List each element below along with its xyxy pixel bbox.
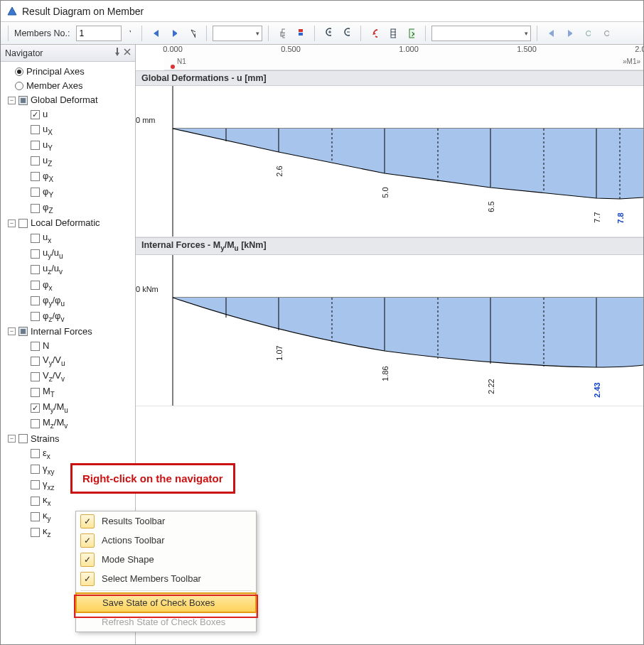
item-epsx[interactable]: εx: [29, 446, 134, 462]
svg-point-32: [604, 31, 609, 36]
cm-separator: [80, 590, 252, 591]
members-no-dropdown[interactable]: [124, 26, 136, 41]
refresh-icon[interactable]: [367, 26, 382, 41]
strains-group[interactable]: −Strains: [6, 432, 134, 446]
glasses-icon[interactable]: [580, 26, 596, 41]
item-n[interactable]: N: [29, 339, 134, 353]
zoom-out-icon[interactable]: [339, 26, 355, 41]
item-vyvu[interactable]: Vy/Vu: [29, 353, 134, 369]
annotation-callout: Right-click on the navigator: [70, 463, 235, 494]
prev-arrow-icon[interactable]: [148, 26, 163, 41]
value-label: 1.07: [275, 345, 284, 360]
principal-axes-radio[interactable]: Principal Axes: [14, 65, 134, 79]
node-n1-label: N1: [177, 58, 186, 65]
item-phiz[interactable]: φZ: [29, 200, 134, 216]
cm-actions-toolbar[interactable]: ✓Actions Toolbar: [76, 531, 256, 550]
svg-rect-7: [282, 29, 285, 33]
item-ux2[interactable]: ux: [29, 230, 134, 246]
titlebar: Result Diagram on Member: [1, 1, 643, 22]
svg-rect-11: [299, 33, 303, 36]
value-label: 2.6: [275, 166, 284, 176]
pick-member-icon[interactable]: [185, 26, 200, 41]
cm-save-state[interactable]: Save State of Check Boxes: [75, 592, 257, 613]
value-label: 5.0: [381, 187, 390, 197]
svg-marker-1: [129, 31, 131, 35]
svg-marker-3: [173, 30, 177, 37]
table-icon[interactable]: [385, 26, 401, 41]
node-marker: [171, 65, 175, 69]
svg-marker-27: [549, 30, 554, 37]
item-uzuv[interactable]: uz/uv: [29, 261, 134, 277]
item-phix2[interactable]: φx: [29, 278, 134, 293]
item-mymu[interactable]: My/Mu: [29, 400, 134, 416]
node-m1-label: »M1»: [623, 58, 640, 65]
item-phizphiv[interactable]: φz/φv: [29, 309, 134, 325]
value-label: 2.22: [487, 379, 495, 394]
excel-icon[interactable]: X: [404, 26, 419, 41]
svg-marker-4: [191, 30, 195, 38]
ruler-tick: 2.000: [635, 45, 643, 53]
svg-marker-2: [154, 30, 159, 37]
value-label-max: 2.43: [593, 382, 601, 397]
local-deformations-group[interactable]: −Local Deformatic: [6, 216, 134, 230]
value-label-max: 7.8: [616, 212, 625, 223]
item-mzmv[interactable]: Mz/Mv: [29, 416, 134, 431]
svg-marker-36: [115, 53, 119, 56]
ruler-tick: 1.500: [517, 45, 537, 53]
svg-marker-0: [8, 7, 16, 15]
item-uz[interactable]: uZ: [29, 153, 134, 169]
cm-results-toolbar[interactable]: ✓Results Toolbar: [76, 511, 256, 531]
ruler-tick: 0.500: [281, 45, 301, 53]
svg-rect-35: [117, 48, 118, 53]
item-phiyphiu[interactable]: φy/φu: [29, 293, 134, 309]
global-deformations-group[interactable]: −Global Deformat: [6, 93, 134, 107]
pin-icon[interactable]: [114, 48, 121, 58]
zoom-in-icon[interactable]: [321, 26, 336, 41]
plot-global-deformations: Global Deformations - u [mm] 0 mm: [136, 70, 643, 237]
svg-rect-9: [299, 29, 303, 32]
item-u[interactable]: u: [29, 107, 134, 121]
glasses-2-icon[interactable]: [599, 26, 614, 41]
view-dropdown[interactable]: ▾: [431, 26, 531, 41]
item-mt[interactable]: MT: [29, 384, 134, 400]
item-phiy[interactable]: φY: [29, 185, 134, 200]
cm-refresh-state: Refresh State of Check Boxes: [76, 612, 256, 632]
members-no-input[interactable]: [76, 26, 122, 41]
next-view-icon[interactable]: [562, 26, 577, 41]
item-kx[interactable]: κx: [29, 493, 134, 509]
value-label: 7.7: [593, 212, 601, 222]
toolbar: Members No.: ▾: [1, 22, 643, 45]
members-no-label: Members No.:: [14, 28, 70, 38]
plot-internal-forces: Internal Forces - My/Mu [kNm] 0 kNm: [136, 237, 643, 406]
member-axes-radio[interactable]: Member Axes: [14, 79, 134, 93]
item-ux[interactable]: uX: [29, 122, 134, 138]
value-label: 1.86: [381, 366, 390, 381]
svg-point-29: [586, 31, 591, 36]
app-icon: [6, 6, 18, 17]
navigator-header: Navigator: [1, 45, 135, 62]
plot-area[interactable]: 0 mm: [136, 86, 643, 237]
svg-rect-8: [283, 36, 285, 38]
next-arrow-icon[interactable]: [166, 26, 182, 41]
item-uy[interactable]: uY: [29, 138, 134, 153]
plot-area[interactable]: 0 kNm 1.07: [136, 255, 643, 406]
navigator-title: Navigator: [5, 48, 43, 58]
cm-select-members-toolbar[interactable]: ✓Select Members Toolbar: [76, 569, 256, 588]
result-diagram-window: Result Diagram on Member Members No.: ▾: [0, 0, 644, 645]
item-uyuu[interactable]: uy/uu: [29, 246, 134, 261]
plot-title: Global Deformations - u [mm]: [136, 70, 643, 86]
internal-forces-group[interactable]: −Internal Forces: [6, 325, 134, 339]
ruler: 0.000 0.500 1.000 1.500 2.000 N1 »M1»: [164, 45, 643, 70]
print-icon[interactable]: [274, 26, 290, 41]
flag-icon[interactable]: [293, 26, 308, 41]
loadcase-dropdown[interactable]: ▾: [213, 26, 262, 41]
svg-marker-28: [568, 30, 572, 37]
context-menu: ✓Results Toolbar ✓Actions Toolbar ✓Mode …: [75, 511, 257, 632]
item-vzvv[interactable]: Vz/Vv: [29, 369, 134, 384]
item-phix[interactable]: φX: [29, 169, 134, 185]
close-panel-icon[interactable]: [124, 48, 131, 58]
cm-mode-shape[interactable]: ✓Mode Shape: [76, 550, 256, 569]
prev-view-icon[interactable]: [543, 26, 559, 41]
ruler-tick: 1.000: [399, 45, 419, 53]
window-title: Result Diagram on Member: [22, 6, 144, 17]
